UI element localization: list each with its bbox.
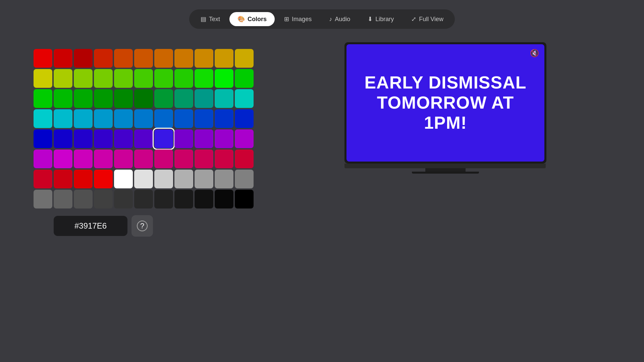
color-swatch[interactable] [134,69,153,88]
color-swatch[interactable] [235,109,254,128]
color-swatch[interactable] [114,109,133,128]
color-swatch[interactable] [235,69,254,88]
color-swatch[interactable] [174,109,193,128]
color-swatch[interactable] [215,190,233,208]
color-swatch[interactable] [154,190,173,208]
color-swatch[interactable] [195,190,213,208]
color-swatch[interactable] [134,149,153,168]
color-swatch[interactable] [174,129,193,148]
color-swatch[interactable] [195,170,213,188]
color-swatch[interactable] [114,89,133,108]
color-swatch[interactable] [74,129,93,148]
mute-icon[interactable]: 🔇 [530,49,539,58]
color-swatch[interactable] [134,129,153,148]
color-swatch[interactable] [174,170,193,188]
color-swatch[interactable] [215,149,233,168]
color-input-row: ? [54,215,254,237]
color-swatch[interactable] [215,69,233,88]
color-swatch[interactable] [154,69,173,88]
color-swatch[interactable] [215,49,233,68]
help-button[interactable]: ? [131,215,153,237]
color-swatch[interactable] [235,49,254,68]
color-swatch[interactable] [34,89,52,108]
color-swatch[interactable] [114,149,133,168]
color-swatch[interactable] [134,89,153,108]
color-swatch[interactable] [134,49,153,68]
color-swatch[interactable] [134,190,153,208]
nav-item-library[interactable]: ⬇ Library [360,12,402,26]
color-swatch[interactable] [174,69,193,88]
nav-item-images[interactable]: ⊞ Images [276,12,320,26]
color-swatch[interactable] [54,69,72,88]
nav-item-colors[interactable]: 🎨 Colors [229,12,275,26]
color-swatch[interactable] [74,190,93,208]
color-swatch[interactable] [34,109,52,128]
color-swatch[interactable] [34,170,52,188]
color-swatch[interactable] [34,190,52,208]
color-swatch[interactable] [74,149,93,168]
color-swatch[interactable] [215,109,233,128]
color-swatch[interactable] [74,49,93,68]
color-swatch[interactable] [215,89,233,108]
color-swatch[interactable] [154,170,173,188]
color-swatch[interactable] [114,49,133,68]
color-swatch[interactable] [94,170,113,188]
color-swatch[interactable] [54,109,72,128]
color-swatch[interactable] [94,49,113,68]
color-swatch[interactable] [54,149,72,168]
color-swatch[interactable] [154,49,173,68]
hex-input[interactable] [54,216,127,236]
color-swatch[interactable] [94,149,113,168]
color-swatch[interactable] [114,170,133,188]
color-swatch[interactable] [114,190,133,208]
color-swatch[interactable] [94,109,113,128]
color-swatch[interactable] [134,170,153,188]
color-swatch[interactable] [174,149,193,168]
color-swatch[interactable] [235,89,254,108]
color-swatch[interactable] [174,89,193,108]
color-swatch[interactable] [74,89,93,108]
color-swatch[interactable] [235,149,254,168]
color-swatch[interactable] [94,129,113,148]
color-swatch[interactable] [34,149,52,168]
nav-label-text: Text [209,16,220,23]
color-swatch[interactable] [34,129,52,148]
color-swatch[interactable] [94,190,113,208]
color-swatch[interactable] [195,129,213,148]
color-swatch[interactable] [34,49,52,68]
nav-item-audio[interactable]: ♪ Audio [321,12,358,26]
color-swatch[interactable] [195,149,213,168]
color-swatch[interactable] [74,69,93,88]
color-swatch[interactable] [74,109,93,128]
color-swatch[interactable] [174,49,193,68]
color-swatch[interactable] [34,69,52,88]
color-swatch[interactable] [195,109,213,128]
color-swatch[interactable] [195,49,213,68]
color-swatch[interactable] [114,129,133,148]
nav-item-fullview[interactable]: ⤢ Full View [403,12,451,26]
library-icon: ⬇ [368,15,373,23]
color-swatch[interactable] [134,109,153,128]
color-swatch[interactable] [154,149,173,168]
color-swatch[interactable] [94,69,113,88]
color-swatch[interactable] [174,190,193,208]
color-swatch[interactable] [195,89,213,108]
color-swatch[interactable] [195,69,213,88]
color-swatch[interactable] [154,109,173,128]
color-swatch[interactable] [154,89,173,108]
color-swatch[interactable] [54,190,72,208]
color-swatch[interactable] [215,129,233,148]
color-swatch[interactable] [215,170,233,188]
color-swatch[interactable] [54,170,72,188]
color-swatch[interactable] [54,89,72,108]
color-swatch[interactable] [235,129,254,148]
color-swatch[interactable] [74,170,93,188]
color-swatch[interactable] [54,49,72,68]
color-swatch[interactable] [235,190,254,208]
color-swatch[interactable] [54,129,72,148]
color-swatch[interactable] [154,129,173,148]
color-swatch[interactable] [114,69,133,88]
nav-item-text[interactable]: ▤ Text [193,12,228,26]
color-swatch[interactable] [94,89,113,108]
color-swatch[interactable] [235,170,254,188]
